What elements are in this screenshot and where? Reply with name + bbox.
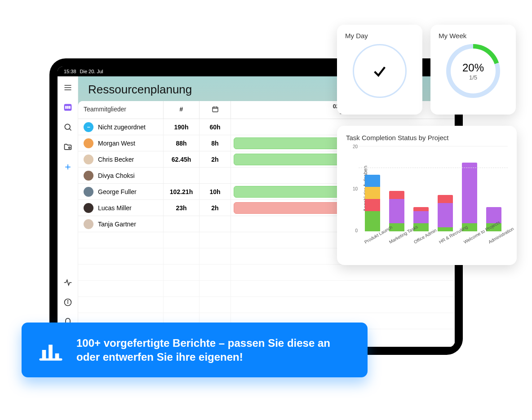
member-total: 190h (164, 119, 200, 135)
member-name: Lucas Miller (98, 204, 132, 212)
member-total: 62.45h (164, 151, 200, 167)
ring-my-day (353, 44, 407, 98)
member-scheduled (200, 216, 231, 232)
header-total[interactable]: # (164, 101, 200, 119)
search-icon[interactable] (63, 122, 73, 132)
app-icon[interactable] (63, 102, 73, 112)
chart-x-label: Administration (488, 233, 503, 245)
card-completion-chart: Task Completion Status by Project Anzahl… (337, 126, 517, 265)
avatar (84, 203, 93, 213)
member-total: 88h (164, 135, 200, 151)
chart-x-label: Marketing Tasks (388, 233, 404, 245)
statusbar-time: 15:38 (64, 69, 76, 74)
svg-rect-17 (213, 107, 218, 112)
avatar: − (84, 122, 93, 132)
member-name: Nicht zugeordnet (98, 124, 146, 131)
svg-rect-6 (69, 106, 70, 109)
member-scheduled: 2h (200, 151, 231, 167)
member-total (164, 168, 200, 183)
bar-chart-icon (38, 337, 64, 363)
promo-text: 100+ vorgefertigte Berichte – passen Sie… (76, 336, 351, 364)
card-my-day: My Day (337, 25, 422, 115)
svg-point-9 (68, 147, 70, 148)
chart-bar (365, 175, 380, 231)
chart-bar (438, 195, 453, 231)
svg-rect-24 (55, 354, 59, 360)
chart-title: Task Completion Status by Project (346, 134, 508, 141)
sidebar: ＋ (58, 76, 78, 347)
info-icon[interactable] (63, 297, 73, 307)
header-calendar-icon[interactable] (200, 101, 231, 119)
member-total: 102.21h (164, 184, 200, 199)
svg-rect-22 (42, 350, 46, 359)
folder-icon[interactable] (63, 142, 73, 152)
chart-bar (462, 163, 477, 231)
chart-bar (389, 191, 404, 231)
member-scheduled: 10h (200, 184, 231, 199)
member-total (164, 216, 200, 232)
ring-percentage: 20% (462, 62, 484, 74)
svg-point-7 (65, 124, 70, 129)
y-tick-10: 10 (353, 186, 358, 191)
chart-plot (359, 146, 508, 231)
chart-x-axis: Produkt LaunchMarketing TasksOffice Admi… (346, 231, 508, 245)
header-teammembers[interactable]: Teammitglieder (78, 101, 164, 119)
chart-x-label: Produkt Launch (364, 233, 379, 245)
svg-point-12 (67, 301, 68, 301)
card-my-day-title: My Day (345, 32, 414, 40)
svg-rect-5 (67, 106, 68, 109)
avatar (84, 219, 93, 229)
member-name: Tanja Gartner (98, 221, 136, 228)
card-my-week: My Week 20% 1/5 (430, 25, 516, 115)
avatar (84, 171, 93, 181)
ring-my-week: 20% 1/5 (446, 44, 500, 98)
avatar (84, 155, 93, 164)
chart-x-label: Welcome to Projects (463, 233, 479, 245)
chart-y-axis: Anzahl der Aufgaben 20 10 0 (346, 146, 359, 231)
promo-banner: 100+ vorgefertigte Berichte – passen Sie… (22, 323, 368, 377)
chart-x-label: Office Admin (413, 233, 429, 245)
member-name: George Fuller (98, 188, 137, 195)
member-scheduled: 60h (200, 119, 231, 135)
y-tick-20: 20 (353, 144, 358, 149)
y-tick-0: 0 (355, 228, 358, 233)
member-name: Divya Choksi (98, 172, 135, 179)
svg-line-8 (69, 129, 71, 131)
avatar (84, 138, 93, 148)
member-total: 23h (164, 200, 200, 216)
avatar (84, 187, 93, 197)
add-icon[interactable]: ＋ (63, 162, 73, 172)
statusbar-date: Die 20. Jul (80, 69, 103, 74)
chart-x-label: HR & Recruiting (438, 233, 454, 245)
member-scheduled: 2h (200, 200, 231, 216)
ring-fraction: 1/5 (469, 74, 477, 81)
card-my-week-title: My Week (439, 32, 508, 40)
svg-rect-23 (49, 345, 53, 360)
member-scheduled (200, 168, 231, 183)
activity-icon[interactable] (63, 278, 73, 287)
svg-rect-4 (65, 106, 66, 109)
member-name: Morgan West (98, 140, 135, 147)
menu-icon[interactable] (63, 83, 73, 93)
member-scheduled: 8h (200, 135, 231, 151)
member-name: Chris Becker (98, 156, 134, 163)
check-icon (372, 63, 387, 79)
